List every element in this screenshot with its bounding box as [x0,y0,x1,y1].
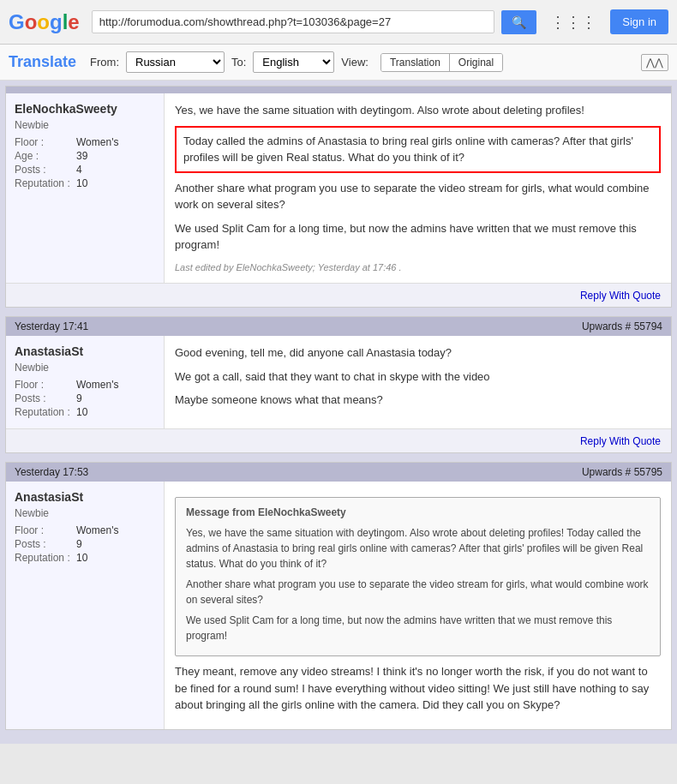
post-user-rank: Newbie [15,362,155,374]
post-body: EleNochkaSweety Newbie Floor :Women's Ag… [6,93,671,283]
post-timestamp: Yesterday 17:53 [15,466,88,478]
post-body: AnastasiaSt Newbie Floor :Women's Posts … [6,482,671,729]
post-user-rank: Newbie [15,119,155,131]
post-username: AnastasiaSt [15,344,155,358]
post-footer: Reply With Quote [6,283,671,307]
search-button[interactable]: 🔍 [501,10,536,34]
to-language-select[interactable]: English Russian Spanish [253,51,334,73]
post-upwards: Upwards # 55794 [582,320,662,332]
post-username: EleNochkaSweety [15,102,155,116]
post-footer: Reply With Quote [6,428,671,452]
post-main: Message from EleNochkaSweety Yes, we hav… [165,482,671,729]
quote-text: Another share what program you use to se… [186,577,650,607]
view-label: View: [341,56,368,69]
from-label: From: [90,56,119,69]
translate-label: Translate [9,53,76,71]
google-logo: Google [9,10,80,34]
post-body: AnastasiaSt Newbie Floor :Women's Posts … [6,336,671,428]
post-user-stats: Floor :Women's Posts :9 Reputation :10 [15,524,155,564]
url-bar[interactable] [92,10,495,33]
quote-text: Yes, we have the same situation with dey… [186,525,650,572]
post-upwards: Upwards # 55795 [582,466,662,478]
translate-toolbar: Translate From: Russian English Auto-det… [0,45,677,81]
post-header: Yesterday 17:41 Upwards # 55794 [6,317,671,336]
quote-box: Message from EleNochkaSweety Yes, we hav… [175,497,661,656]
post-user-panel: EleNochkaSweety Newbie Floor :Women's Ag… [6,93,165,283]
to-label: To: [231,56,246,69]
post-timestamp: Yesterday 17:41 [15,320,88,332]
post-user-stats: Floor :Women's Age :39 Posts :4 Reputati… [15,136,155,189]
post-username: AnastasiaSt [15,490,155,504]
post-main: Yes, we have the same situation with dey… [165,93,671,283]
post-user-panel: AnastasiaSt Newbie Floor :Women's Posts … [6,336,165,428]
post-user-stats: Floor :Women's Posts :9 Reputation :10 [15,379,155,418]
post-text: Another share what program you use to se… [175,180,661,213]
post-header [6,87,671,93]
post-edit-note: Last edited by EleNochkaSweety; Yesterda… [175,260,661,275]
post-user-panel: AnastasiaSt Newbie Floor :Women's Posts … [6,482,165,729]
grid-button[interactable]: ⋮⋮⋮ [543,9,603,35]
post-text: We used Split Cam for a long time, but n… [175,220,661,254]
quote-box-header: Message from EleNochkaSweety [186,505,650,520]
post-highlighted-text: Today called the admins of Anastasia to … [175,126,661,173]
forum-content: EleNochkaSweety Newbie Floor :Women's Ag… [0,81,677,744]
post-user-rank: Newbie [15,507,155,519]
view-translation-button[interactable]: Translation [381,54,450,71]
post-main: Good evening, tell me, did anyone call A… [165,336,671,428]
post-text: Maybe someone knows what that means? [175,392,661,409]
post-header: Yesterday 17:53 Upwards # 55795 [6,463,671,482]
post-block: EleNochkaSweety Newbie Floor :Women's Ag… [5,86,672,308]
from-language-select[interactable]: Russian English Auto-detect [126,51,225,73]
view-original-button[interactable]: Original [450,54,502,71]
reply-quote-button[interactable]: Reply With Quote [580,290,661,302]
post-text: Good evening, tell me, did anyone call A… [175,344,661,362]
post-text: Yes, we have the same situation with dey… [175,102,661,119]
post-block: Yesterday 17:53 Upwards # 55795 Anastasi… [5,462,672,730]
google-toolbar: Google 🔍 ⋮⋮⋮ Sign in [0,0,677,45]
post-text: They meant, remove any video streams! I … [175,663,661,714]
post-text: We got a call, said that they want to ch… [175,368,661,386]
post-block: Yesterday 17:41 Upwards # 55794 Anastasi… [5,316,672,453]
reply-quote-button[interactable]: Reply With Quote [580,435,661,447]
collapse-button[interactable]: ⋀⋀ [641,54,668,71]
view-toggle: Translation Original [380,53,503,72]
signin-button[interactable]: Sign in [610,9,668,34]
quote-text: We used Split Cam for a long time, but n… [186,613,650,643]
